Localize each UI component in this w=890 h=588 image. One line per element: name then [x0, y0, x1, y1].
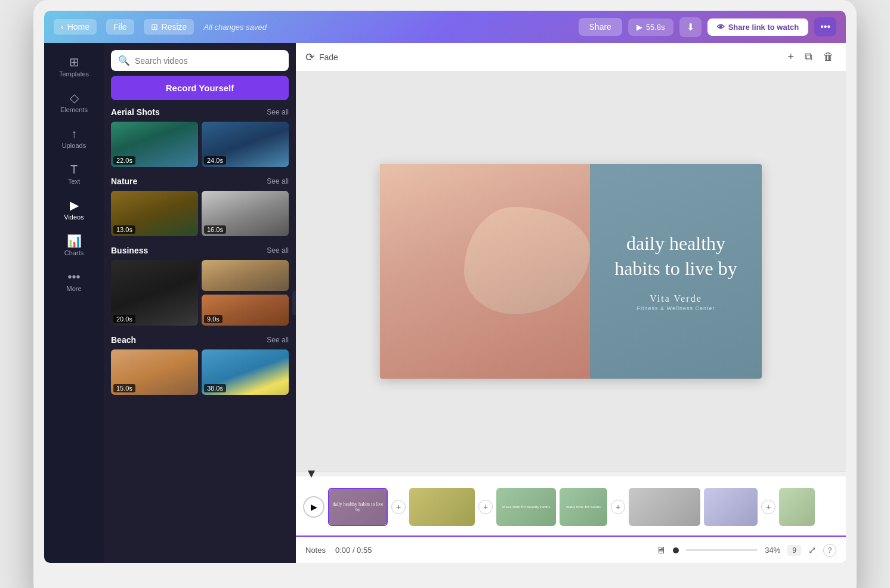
timeline-clip-1[interactable]: daily healthy habits to live by	[328, 488, 388, 526]
search-bar: 🔍	[104, 43, 296, 76]
list-item[interactable]: 22.0s	[111, 122, 198, 167]
aerial-grid: 22.0s 24.0s	[111, 122, 289, 167]
collapse-panel-handle[interactable]: ‹	[292, 291, 296, 315]
video-duration: 24.0s	[204, 156, 226, 165]
nature-grid: 13.0s 16.0s	[111, 191, 289, 236]
fade-label: Fade	[319, 52, 338, 62]
progress-track[interactable]	[686, 549, 758, 551]
time-display: 0:00 / 0:55	[335, 546, 372, 555]
beach-see-all[interactable]: See all	[267, 336, 289, 344]
add-icon: +	[787, 51, 794, 63]
share-button[interactable]: Share	[579, 18, 622, 36]
delete-slide-button[interactable]: 🗑	[821, 48, 836, 66]
timeline-clip-3[interactable]: Make time for healthy habits	[496, 488, 556, 526]
bottom-bar: Notes 0:00 / 0:55 🖥 34% 9 ⤢ ?	[296, 537, 846, 563]
monitor-icon[interactable]: 🖥	[656, 545, 666, 556]
top-bar-left: ‹ Home File ⊞ Resize All changes saved	[54, 19, 571, 35]
sidebar-item-elements[interactable]: ◇ Elements	[48, 86, 100, 119]
brand-name: Vita Verde	[637, 293, 715, 304]
search-input[interactable]	[135, 56, 282, 66]
search-input-wrap[interactable]: 🔍	[111, 50, 289, 71]
video-duration: 13.0s	[113, 225, 135, 234]
video-duration: 9.0s	[204, 315, 222, 323]
video-duration: 16.0s	[204, 225, 226, 234]
slide-preview[interactable]: daily healthy habits to live by Vita Ver…	[380, 164, 762, 379]
fade-indicator: ⟳ Fade	[305, 51, 778, 64]
resize-button[interactable]: ⊞ Resize	[144, 19, 194, 35]
timeline-play-button[interactable]: ▶	[303, 496, 325, 518]
add-clip-button-4[interactable]: +	[761, 500, 775, 514]
list-item[interactable]: 24.0s	[202, 122, 289, 167]
play-time-button[interactable]: ▶ 55.8s	[628, 18, 673, 36]
record-yourself-button[interactable]: Record Yourself	[111, 76, 289, 100]
business-section: Business See all 20.0s 9.0s	[104, 246, 296, 335]
more-icon: •••	[67, 271, 80, 283]
list-item[interactable]	[202, 260, 289, 291]
elements-icon: ◇	[70, 92, 79, 104]
sidebar-item-charts[interactable]: 📊 Charts	[48, 229, 100, 262]
sidebar-item-templates[interactable]: ⊞ Templates	[48, 50, 100, 83]
sidebar-item-videos[interactable]: ▶ Videos	[48, 193, 100, 227]
list-item[interactable]: 16.0s	[202, 191, 289, 236]
text-icon: T	[70, 163, 78, 175]
section-header-business: Business See all	[111, 246, 289, 255]
sidebar-nav: ⊞ Templates ◇ Elements ↑ Uploads T Text …	[44, 43, 104, 563]
file-button[interactable]: File	[106, 19, 134, 35]
timeline-clip-4[interactable]: make time for habits	[560, 488, 607, 526]
canvas-main[interactable]: daily healthy habits to live by Vita Ver…	[296, 72, 846, 471]
top-bar-right: Share ▶ 55.8s ⬇ 👁 Share link to watch ••…	[579, 17, 836, 37]
fade-icon: ⟳	[305, 51, 314, 64]
list-item[interactable]: 38.0s	[202, 349, 289, 395]
add-clip-button-2[interactable]: +	[478, 500, 493, 514]
templates-icon: ⊞	[69, 56, 79, 68]
canvas-top-bar: ⟳ Fade + ⧉ 🗑	[296, 43, 846, 72]
page-badge[interactable]: 9	[787, 545, 801, 556]
video-duration: 20.0s	[113, 315, 135, 323]
timeline-clip-2[interactable]	[409, 488, 475, 526]
aerial-shots-section: Aerial Shots See all 22.0s 24.0s	[104, 107, 296, 177]
saved-status: All changes saved	[203, 23, 267, 32]
laptop-screen: ‹ Home File ⊞ Resize All changes saved S…	[44, 11, 846, 563]
timeline-clip-5[interactable]	[629, 488, 700, 526]
playhead	[296, 472, 846, 476]
brand-subtitle: Fitness & Wellness Center	[637, 305, 715, 311]
download-button[interactable]: ⬇	[679, 17, 702, 37]
aerial-see-all[interactable]: See all	[267, 108, 289, 116]
list-item[interactable]: 9.0s	[202, 295, 289, 326]
progress-dot[interactable]	[673, 547, 679, 553]
sidebar-item-uploads[interactable]: ↑ Uploads	[48, 122, 100, 155]
sidebar-item-more[interactable]: ••• More	[48, 265, 100, 298]
notes-button[interactable]: Notes	[305, 546, 326, 555]
list-item[interactable]: 15.0s	[111, 349, 198, 395]
sidebar-item-text[interactable]: T Text	[48, 157, 100, 191]
slide-brand: Vita Verde Fitness & Wellness Center	[637, 293, 715, 311]
duplicate-slide-button[interactable]: ⧉	[802, 48, 815, 66]
add-clip-button-3[interactable]: +	[611, 500, 625, 514]
expand-icon[interactable]: ⤢	[808, 544, 816, 556]
share-link-button[interactable]: 👁 Share link to watch	[707, 18, 808, 36]
more-options-button[interactable]: •••	[814, 17, 836, 36]
beach-grid: 15.0s 38.0s	[111, 349, 289, 395]
uploads-icon: ↑	[71, 128, 77, 140]
help-icon[interactable]: ?	[823, 544, 836, 557]
business-see-all[interactable]: See all	[267, 246, 289, 255]
main-layout: ⊞ Templates ◇ Elements ↑ Uploads T Text …	[44, 43, 846, 563]
list-item[interactable]: 20.0s	[111, 260, 198, 326]
home-button[interactable]: ‹ Home	[54, 19, 97, 35]
timeline-clip-7[interactable]	[779, 488, 815, 526]
play-icon: ▶	[311, 502, 317, 512]
add-slide-button[interactable]: +	[785, 48, 796, 66]
add-clip-button-1[interactable]: +	[391, 500, 406, 514]
resize-icon: ⊞	[151, 22, 158, 32]
list-item[interactable]: 13.0s	[111, 191, 198, 236]
timeline-clip-6[interactable]	[704, 488, 758, 526]
aerial-shots-title: Aerial Shots	[111, 107, 160, 117]
video-duration: 15.0s	[113, 384, 135, 392]
video-icon: ▶	[70, 199, 79, 211]
nature-see-all[interactable]: See all	[267, 177, 289, 185]
duplicate-icon: ⧉	[805, 51, 812, 63]
videos-panel: 🔍 Record Yourself Aerial Shots See all	[104, 43, 296, 563]
nature-section: Nature See all 13.0s 16.0s	[104, 177, 296, 246]
eye-icon: 👁	[717, 23, 725, 32]
business-right-col: 9.0s	[202, 260, 289, 326]
